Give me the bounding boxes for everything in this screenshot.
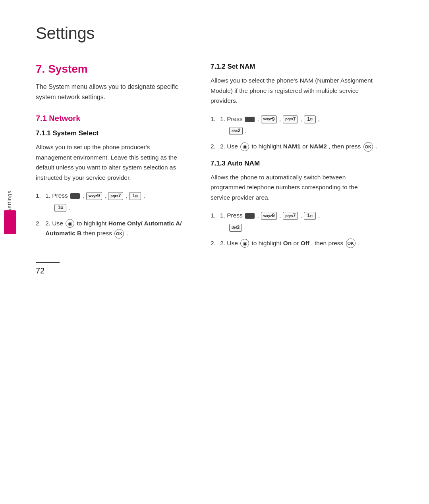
set-nam-body: Allows you to select the phone's NAM (Nu… <box>211 75 377 106</box>
right-column: 7.1.2 Set NAM Allows you to select the p… <box>211 63 377 480</box>
step-2-autonam: 2. 2. Use to highlight On or Off , then … <box>211 238 377 248</box>
ok-key-3: OK <box>346 239 356 248</box>
nam1-label: NAM1 <box>283 143 301 150</box>
key-7pqrs-1: pqrs7 <box>108 192 123 200</box>
ok-key-2: OK <box>363 142 373 152</box>
section-heading: 7. System <box>36 63 187 75</box>
key-2abc: abc2 <box>229 127 243 135</box>
section-intro: The System menu allows you to designate … <box>36 82 187 102</box>
subsection-network-title: 7.1 Network <box>36 114 187 123</box>
key-7pqrs-2: pqrs7 <box>283 115 298 123</box>
key-7pqrs-3: pqrs7 <box>283 212 298 220</box>
menu-key-3 <box>245 213 255 219</box>
key-9wxyz-3: wxyz9 <box>261 212 277 220</box>
step-1-autonam: 1. 1. Press , wxyz9 , pqrs7 , 1⊡ , def3 <box>211 210 377 232</box>
key-9wxyz-2: wxyz9 <box>261 115 277 123</box>
page-number: 72 <box>36 266 44 275</box>
footer-line <box>36 262 60 263</box>
system-select-body: Allows you to set up the phone producer'… <box>36 142 187 183</box>
off-label: Off <box>301 240 309 246</box>
key-1-b: 1⊡ <box>54 204 66 212</box>
left-column: 7. System The System menu allows you to … <box>36 63 187 480</box>
subsection-system-select-title: 7.1.1 System Select <box>36 129 187 137</box>
key-3def: def3 <box>229 224 242 232</box>
key-1-c: 1⊡ <box>304 115 316 123</box>
step-1-left: 1. 1. Press , wxyz9 , pqrs7 , 1⊡ <box>36 190 187 212</box>
key-9wxyz: wxyz9 <box>86 192 102 200</box>
nav-key-2 <box>240 142 249 151</box>
nav-key-3 <box>240 239 249 248</box>
on-label: On <box>283 240 292 246</box>
auto-nam-title: 7.1.3 Auto NAM <box>211 160 377 167</box>
step1-press-label: 1. Press <box>45 192 68 199</box>
auto-nam-body: Allows the phone to automatically switch… <box>211 172 377 203</box>
step-1-right: 1. 1. Press , wxyz9 , pqrs7 , 1⊡ , abc2 <box>211 114 377 136</box>
columns-container: 7. System The System menu allows you to … <box>36 63 409 480</box>
step-2-left: 2. 2. Use to highlight Home Only/ Automa… <box>36 218 187 239</box>
key-1-a: 1⊡ <box>129 192 141 200</box>
set-nam-title: 7.1.2 Set NAM <box>211 63 377 71</box>
ok-key: OK <box>114 229 124 239</box>
sidebar-bar <box>4 210 16 234</box>
page-title: Settings <box>36 24 409 43</box>
sidebar-label: Settings <box>6 190 12 212</box>
main-content: Settings 7. System The System menu allow… <box>24 0 429 504</box>
menu-key-icon <box>70 193 80 199</box>
page-footer: 72 <box>36 254 187 275</box>
nav-key-icon <box>66 219 74 228</box>
key-1-d: 1⊡ <box>304 212 316 220</box>
step-2-right: 2. 2. Use to highlight NAM1 or NAM2 , th… <box>211 141 377 152</box>
nam2-label: NAM2 <box>309 143 327 150</box>
menu-key-2 <box>245 117 255 122</box>
page-container: Settings Settings 7. System The System m… <box>0 0 429 504</box>
